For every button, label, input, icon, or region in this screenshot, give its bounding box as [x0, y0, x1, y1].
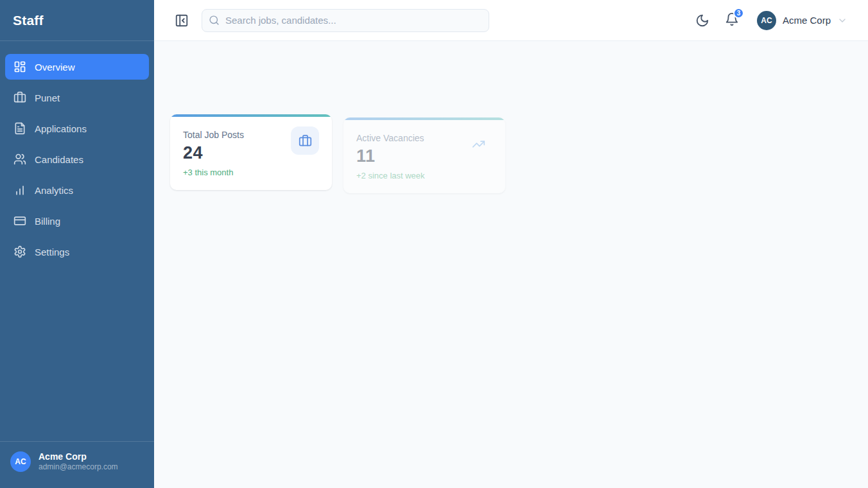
sidebar-item-punet[interactable]: Punet: [5, 85, 149, 110]
stat-delta: +2 since last week: [356, 171, 425, 180]
account-name: Acme Corp: [783, 15, 831, 26]
sidebar-item-billing[interactable]: Billing: [5, 208, 149, 234]
collapse-sidebar-button[interactable]: [175, 13, 189, 28]
stat-label: Active Vacancies: [356, 130, 425, 143]
stat-icon-container: [291, 126, 319, 155]
notification-count-badge: 3: [733, 8, 744, 19]
sidebar-item-overview[interactable]: Overview: [5, 54, 149, 80]
moon-icon: [695, 13, 709, 28]
sidebar-item-candidates[interactable]: Candidates: [5, 146, 149, 172]
sidebar-user-name: Acme Corp: [39, 451, 118, 462]
stats-cards-row: Total Job Posts 24 +3 this month: [170, 114, 868, 190]
bar-chart-icon: [13, 184, 26, 196]
avatar: AC: [10, 451, 31, 472]
chevron-down-icon: [837, 15, 847, 26]
sidebar-item-analytics[interactable]: Analytics: [5, 177, 149, 203]
stat-delta: +3 this month: [183, 168, 244, 177]
gear-icon: [13, 245, 26, 258]
sidebar-item-label: Candidates: [35, 154, 83, 165]
search-container: [202, 9, 489, 32]
briefcase-icon: [13, 91, 26, 104]
search-input[interactable]: [202, 9, 489, 32]
sidebar-item-label: Billing: [35, 216, 60, 227]
avatar: AC: [757, 11, 776, 30]
notifications-button[interactable]: 3: [725, 12, 739, 29]
sidebar-item-applications[interactable]: Applications: [5, 116, 149, 141]
main-content: Total Job Posts 24 +3 this month: [154, 41, 868, 488]
card-body: Total Job Posts 24 +3 this month: [170, 117, 332, 177]
briefcase-icon: [299, 134, 312, 148]
stat-icon-container: [464, 130, 492, 158]
users-icon: [13, 153, 26, 166]
topbar-actions: 3 AC Acme Corp: [695, 11, 847, 30]
card-body: Active Vacancies 11 +2 since last week: [343, 120, 505, 180]
stat-card-total-job-posts[interactable]: Total Job Posts 24 +3 this month: [170, 114, 332, 190]
stat-value: 11: [356, 146, 425, 166]
app-logo: Staff: [13, 13, 44, 28]
sidebar-item-settings[interactable]: Settings: [5, 239, 149, 265]
stat-card-active-vacancies[interactable]: Active Vacancies 11 +2 since last week: [343, 118, 505, 193]
sidebar-item-label: Overview: [35, 62, 75, 73]
account-menu-button[interactable]: AC Acme Corp: [757, 11, 847, 30]
sidebar-item-label: Punet: [35, 92, 60, 103]
app-root: Staff Overview Punet Applications: [0, 0, 868, 488]
topbar: 3 AC Acme Corp: [154, 0, 868, 41]
dark-mode-toggle-button[interactable]: [695, 13, 709, 28]
main-column: 3 AC Acme Corp Total Job Posts: [154, 0, 868, 488]
file-text-icon: [13, 122, 26, 135]
trending-up-icon: [472, 137, 485, 151]
credit-card-icon: [13, 214, 26, 227]
sidebar-item-label: Settings: [35, 247, 69, 257]
sidebar-nav: Overview Punet Applications Candidates: [0, 41, 154, 441]
stat-label: Total Job Posts: [183, 126, 244, 140]
sidebar-header: Staff: [0, 0, 154, 41]
panel-left-close-icon: [175, 13, 189, 28]
sidebar-item-label: Analytics: [35, 185, 73, 196]
search-icon: [209, 15, 220, 26]
sidebar-user-card[interactable]: AC Acme Corp admin@acmecorp.com: [0, 441, 154, 482]
sidebar: Staff Overview Punet Applications: [0, 0, 154, 488]
sidebar-item-label: Applications: [35, 123, 87, 134]
sidebar-user-email: admin@acmecorp.com: [39, 462, 118, 473]
stat-value: 24: [183, 143, 244, 163]
layout-dashboard-icon: [13, 60, 26, 73]
